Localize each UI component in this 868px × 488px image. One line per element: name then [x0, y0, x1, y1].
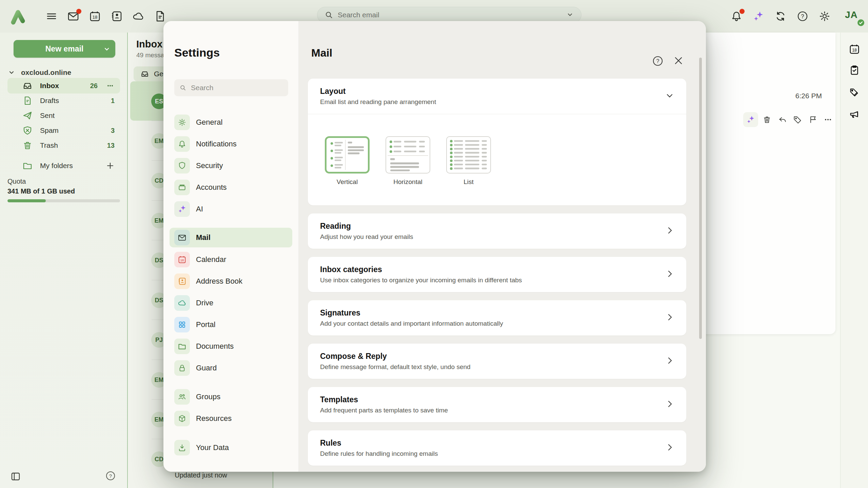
- documents-app-icon[interactable]: [154, 10, 166, 22]
- search-icon: [180, 84, 186, 92]
- quota-usage: 341 MB of 1 GB used: [7, 187, 120, 195]
- ai-summarize-icon[interactable]: [743, 112, 758, 127]
- sidebar-item-sent[interactable]: Sent: [7, 108, 120, 123]
- mail-unread-badge: [76, 9, 81, 14]
- more-actions-icon[interactable]: [821, 112, 835, 127]
- new-email-dropdown-chevron-icon[interactable]: [104, 46, 110, 52]
- settings-row-signatures[interactable]: Signatures Add your contact details and …: [308, 300, 686, 336]
- settings-nav-security[interactable]: Security: [170, 156, 292, 176]
- svg-text:18: 18: [93, 15, 97, 20]
- tag-icon[interactable]: [790, 112, 805, 127]
- folder-label: Trash: [40, 141, 58, 149]
- delete-icon[interactable]: [760, 112, 774, 127]
- settings-title: Settings: [174, 46, 220, 59]
- mail-app-icon[interactable]: [67, 10, 79, 22]
- layout-option-horizontal[interactable]: Horizontal: [386, 136, 430, 186]
- search-icon: [325, 11, 333, 19]
- user-avatar[interactable]: JA: [845, 9, 865, 24]
- settings-nav-resources[interactable]: Resources: [170, 409, 292, 428]
- collapse-chevron-icon[interactable]: [665, 91, 675, 101]
- settings-nav-calendar[interactable]: 18 Calendar: [170, 250, 292, 269]
- notifications-bell-icon[interactable]: [730, 10, 743, 22]
- calendar-app-icon[interactable]: 18: [89, 10, 101, 22]
- rail-tags-icon[interactable]: [849, 87, 860, 98]
- svg-text:18: 18: [852, 48, 857, 53]
- settings-search-input[interactable]: [191, 84, 283, 92]
- add-folder-icon[interactable]: [106, 161, 115, 170]
- settings-row-compose-reply[interactable]: Compose & Reply Define message format, d…: [308, 344, 686, 379]
- hamburger-menu-icon[interactable]: [45, 10, 58, 22]
- help-circle-icon[interactable]: ?: [105, 470, 116, 481]
- sidebar-item-trash[interactable]: Trash 13: [7, 138, 120, 153]
- cube-icon: [174, 411, 190, 426]
- folder-count: 3: [111, 127, 115, 135]
- chevron-right-icon: [665, 356, 675, 365]
- toggle-sidebar-icon[interactable]: [10, 471, 21, 482]
- settings-nav-groups[interactable]: Groups: [170, 387, 292, 407]
- settings-search[interactable]: [174, 79, 288, 96]
- settings-nav-address-book[interactable]: Address Book: [170, 271, 292, 291]
- sparkle-icon: [174, 201, 190, 217]
- groups-icon: [174, 389, 190, 405]
- list-title: Inbox: [136, 39, 162, 50]
- settings-row-templates[interactable]: Templates Add frequent parts as template…: [308, 387, 686, 422]
- quota-bar-fill: [7, 199, 46, 202]
- chevron-right-icon: [665, 312, 675, 322]
- settings-nav-documents[interactable]: Documents: [170, 337, 292, 356]
- flag-icon[interactable]: [806, 112, 821, 127]
- new-email-label: New email: [45, 44, 84, 54]
- settings-row-reading[interactable]: Reading Adjust how you read your emails: [308, 214, 686, 249]
- settings-nav-mail[interactable]: Mail: [170, 228, 292, 247]
- settings-nav-your-data[interactable]: Your Data: [170, 438, 292, 458]
- close-icon[interactable]: [673, 55, 684, 66]
- sidebar-item-spam[interactable]: Spam 3: [7, 123, 120, 138]
- search-email-input[interactable]: [338, 11, 561, 19]
- contacts-app-icon[interactable]: [111, 10, 123, 22]
- app-logo[interactable]: [9, 7, 26, 25]
- account-row[interactable]: oxcloud.online: [8, 66, 120, 79]
- settings-nav-guard[interactable]: Guard: [170, 358, 292, 378]
- account-name: oxcloud.online: [21, 68, 71, 77]
- inbox-more-icon[interactable]: [106, 81, 115, 90]
- ai-sparkle-icon[interactable]: [752, 10, 765, 22]
- settings-row-inbox-categories[interactable]: Inbox categories Use inbox categories to…: [308, 257, 686, 292]
- shield-icon: [174, 158, 190, 174]
- new-email-button[interactable]: New email: [14, 40, 115, 58]
- settings-gear-icon[interactable]: [818, 10, 831, 22]
- rail-calendar-icon[interactable]: 18: [849, 43, 860, 55]
- my-folders-row[interactable]: My folders: [7, 158, 120, 174]
- panel-help-icon[interactable]: ?: [652, 55, 664, 67]
- scrollbar[interactable]: [699, 58, 702, 339]
- inbox-tray-icon: [140, 69, 149, 78]
- settings-nav-notifications[interactable]: Notifications: [170, 134, 292, 154]
- settings-nav-general[interactable]: General: [170, 113, 292, 132]
- my-folders-label: My folders: [40, 162, 73, 170]
- folder-count: 13: [107, 142, 115, 149]
- layout-option-list[interactable]: List: [446, 136, 491, 186]
- sidebar-item-inbox[interactable]: Inbox 26: [7, 78, 120, 94]
- sidebar-item-drafts[interactable]: Drafts 1: [7, 93, 120, 108]
- svg-text:18: 18: [180, 259, 184, 262]
- settings-nav-ai[interactable]: AI: [170, 199, 292, 219]
- layout-subtitle: Email list and reading pane arrangement: [320, 98, 436, 106]
- settings-content-panel: Mail ? Layout Email list and reading pan…: [298, 21, 706, 472]
- chevron-right-icon: [665, 443, 675, 452]
- quota-bar: [7, 199, 120, 202]
- gear-icon: [174, 115, 190, 130]
- settings-nav-drive[interactable]: Drive: [170, 293, 292, 313]
- sync-icon[interactable]: [774, 10, 787, 22]
- layout-option-vertical[interactable]: Vertical: [325, 136, 370, 186]
- rail-tasks-icon[interactable]: [849, 64, 860, 76]
- folder-icon: [174, 339, 190, 354]
- layout-section-card[interactable]: Layout Email list and reading pane arran…: [308, 79, 686, 205]
- settings-nav-portal[interactable]: Portal: [170, 315, 292, 334]
- help-icon[interactable]: ?: [796, 10, 809, 22]
- rail-newsletter-icon[interactable]: [849, 108, 860, 120]
- reply-icon[interactable]: [775, 112, 790, 127]
- settings-row-rules[interactable]: Rules Define rules for handling incoming…: [308, 430, 686, 466]
- search-scope-chevron-icon[interactable]: [566, 11, 574, 19]
- global-search-bar[interactable]: [317, 7, 581, 23]
- drive-cloud-app-icon[interactable]: [132, 10, 144, 22]
- settings-nav-accounts[interactable]: Accounts: [170, 178, 292, 197]
- trash-icon: [22, 140, 33, 150]
